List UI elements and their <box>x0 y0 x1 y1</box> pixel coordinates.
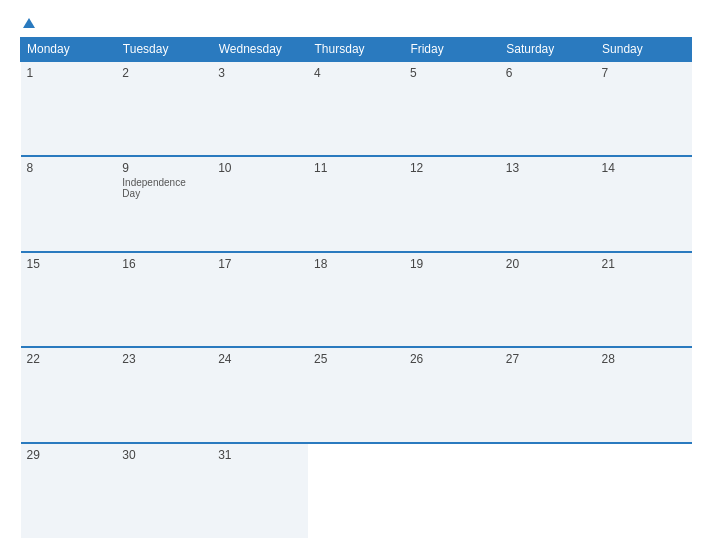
day-number: 15 <box>27 257 111 271</box>
day-number: 30 <box>122 448 206 462</box>
event-label: Independence Day <box>122 177 206 199</box>
day-number: 22 <box>27 352 111 366</box>
calendar-day-cell: 1 <box>21 61 117 156</box>
day-number: 6 <box>506 66 590 80</box>
day-number: 21 <box>602 257 686 271</box>
calendar-day-cell: 4 <box>308 61 404 156</box>
day-number: 9 <box>122 161 206 175</box>
calendar-day-cell: 12 <box>404 156 500 251</box>
day-number: 12 <box>410 161 494 175</box>
calendar-day-cell: 27 <box>500 347 596 442</box>
calendar-week-row: 15161718192021 <box>21 252 692 347</box>
calendar-day-cell: 31 <box>212 443 308 538</box>
day-number: 25 <box>314 352 398 366</box>
calendar-header <box>20 18 692 29</box>
calendar-day-cell: 16 <box>116 252 212 347</box>
calendar-day-cell: 5 <box>404 61 500 156</box>
calendar-week-row: 22232425262728 <box>21 347 692 442</box>
calendar-day-cell: 7 <box>596 61 692 156</box>
calendar-week-row: 89Independence Day1011121314 <box>21 156 692 251</box>
day-number: 29 <box>27 448 111 462</box>
weekday-tuesday: Tuesday <box>116 38 212 62</box>
calendar-day-cell: 29 <box>21 443 117 538</box>
day-number: 16 <box>122 257 206 271</box>
day-number: 1 <box>27 66 111 80</box>
calendar-page: Monday Tuesday Wednesday Thursday Friday… <box>0 0 712 550</box>
weekday-sunday: Sunday <box>596 38 692 62</box>
day-number: 2 <box>122 66 206 80</box>
day-number: 19 <box>410 257 494 271</box>
day-number: 27 <box>506 352 590 366</box>
calendar-day-cell: 3 <box>212 61 308 156</box>
calendar-day-cell <box>500 443 596 538</box>
day-number: 8 <box>27 161 111 175</box>
calendar-table: Monday Tuesday Wednesday Thursday Friday… <box>20 37 692 538</box>
calendar-week-row: 1234567 <box>21 61 692 156</box>
calendar-day-cell: 30 <box>116 443 212 538</box>
calendar-day-cell: 14 <box>596 156 692 251</box>
calendar-day-cell <box>404 443 500 538</box>
day-number: 28 <box>602 352 686 366</box>
calendar-day-cell <box>596 443 692 538</box>
day-number: 10 <box>218 161 302 175</box>
calendar-day-cell <box>308 443 404 538</box>
calendar-day-cell: 8 <box>21 156 117 251</box>
day-number: 13 <box>506 161 590 175</box>
calendar-day-cell: 22 <box>21 347 117 442</box>
calendar-day-cell: 24 <box>212 347 308 442</box>
weekday-header-row: Monday Tuesday Wednesday Thursday Friday… <box>21 38 692 62</box>
calendar-day-cell: 23 <box>116 347 212 442</box>
weekday-wednesday: Wednesday <box>212 38 308 62</box>
weekday-monday: Monday <box>21 38 117 62</box>
calendar-day-cell: 15 <box>21 252 117 347</box>
day-number: 5 <box>410 66 494 80</box>
day-number: 3 <box>218 66 302 80</box>
day-number: 23 <box>122 352 206 366</box>
calendar-week-row: 293031 <box>21 443 692 538</box>
calendar-day-cell: 21 <box>596 252 692 347</box>
day-number: 4 <box>314 66 398 80</box>
calendar-body: 123456789Independence Day101112131415161… <box>21 61 692 538</box>
day-number: 11 <box>314 161 398 175</box>
calendar-day-cell: 18 <box>308 252 404 347</box>
day-number: 20 <box>506 257 590 271</box>
weekday-saturday: Saturday <box>500 38 596 62</box>
calendar-day-cell: 26 <box>404 347 500 442</box>
day-number: 31 <box>218 448 302 462</box>
calendar-day-cell: 9Independence Day <box>116 156 212 251</box>
calendar-day-cell: 10 <box>212 156 308 251</box>
calendar-day-cell: 19 <box>404 252 500 347</box>
logo-triangle-icon <box>23 18 35 28</box>
day-number: 26 <box>410 352 494 366</box>
calendar-day-cell: 13 <box>500 156 596 251</box>
day-number: 18 <box>314 257 398 271</box>
day-number: 24 <box>218 352 302 366</box>
day-number: 17 <box>218 257 302 271</box>
calendar-day-cell: 2 <box>116 61 212 156</box>
logo-blue-text <box>20 18 35 29</box>
weekday-thursday: Thursday <box>308 38 404 62</box>
calendar-day-cell: 25 <box>308 347 404 442</box>
calendar-day-cell: 11 <box>308 156 404 251</box>
calendar-day-cell: 20 <box>500 252 596 347</box>
day-number: 14 <box>602 161 686 175</box>
calendar-day-cell: 17 <box>212 252 308 347</box>
calendar-day-cell: 6 <box>500 61 596 156</box>
weekday-friday: Friday <box>404 38 500 62</box>
calendar-day-cell: 28 <box>596 347 692 442</box>
day-number: 7 <box>602 66 686 80</box>
logo <box>20 18 35 29</box>
